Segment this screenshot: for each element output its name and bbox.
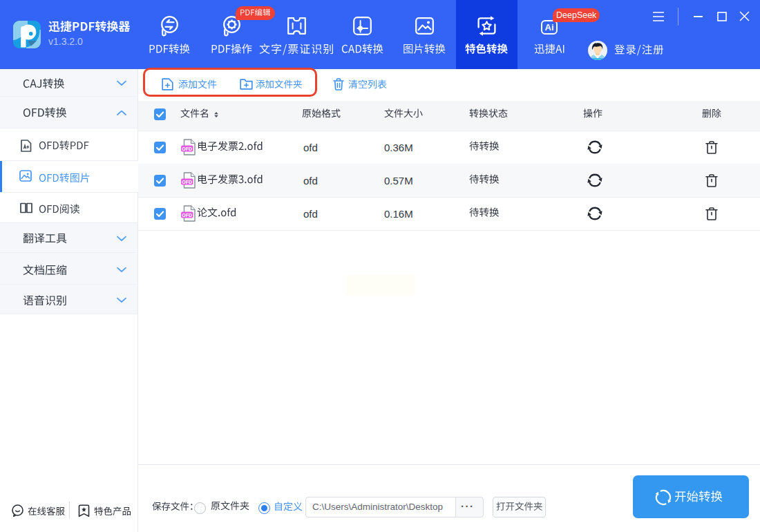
svg-text:OFD: OFD: [182, 146, 192, 151]
svg-text:OFD: OFD: [182, 180, 192, 184]
svg-text:OFD: OFD: [182, 213, 192, 218]
